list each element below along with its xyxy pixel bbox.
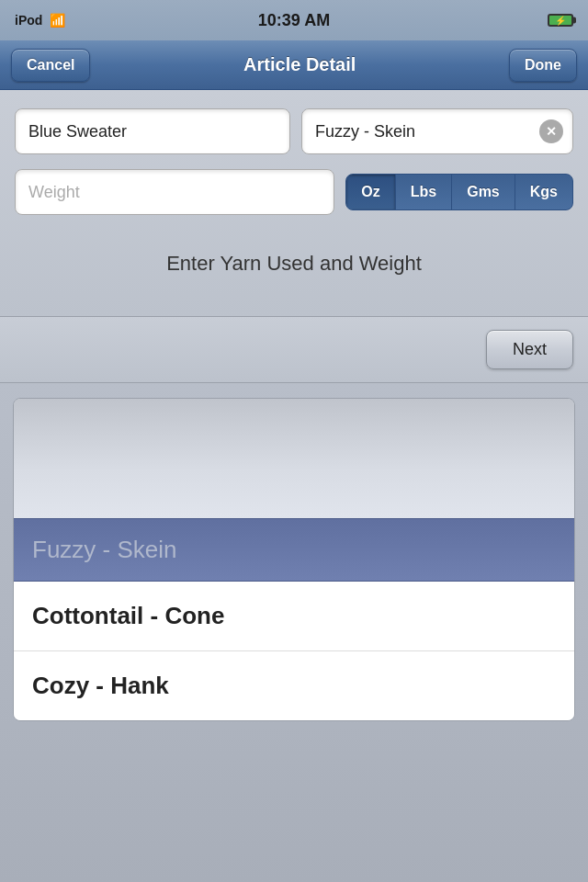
nav-bar: Cancel Article Detail Done (0, 40, 588, 90)
input-row-1: Fuzzy - Skein ✕ (15, 108, 573, 154)
picker-selected-row[interactable]: Fuzzy - Skein (14, 518, 574, 582)
next-area: Next (0, 317, 588, 382)
weight-input[interactable] (15, 169, 334, 215)
status-time: 10:39 AM (258, 11, 330, 30)
status-bar: iPod 📶 10:39 AM (0, 0, 588, 40)
picker-empty-slot (14, 399, 574, 518)
picker-item-label: Cozy - Hank (32, 672, 169, 699)
cancel-button[interactable]: Cancel (11, 49, 90, 82)
next-button[interactable]: Next (486, 330, 573, 369)
input-row-2: Oz Lbs Gms Kgs (15, 169, 573, 215)
done-button[interactable]: Done (509, 49, 577, 82)
status-left: iPod 📶 (15, 13, 65, 28)
main-content: Fuzzy - Skein ✕ Oz Lbs Gms Kgs Enter Yar… (0, 90, 588, 316)
yarn-value: Fuzzy - Skein (315, 122, 415, 141)
picker-selected-text: Fuzzy - Skein (32, 536, 177, 563)
yarn-selector[interactable]: Fuzzy - Skein ✕ (301, 108, 573, 154)
picker-container[interactable]: Fuzzy - Skein Cottontail - Cone Cozy - H… (13, 398, 575, 721)
article-name-input[interactable] (15, 108, 290, 154)
list-item[interactable]: Cozy - Hank (14, 651, 574, 720)
wifi-icon: 📶 (50, 13, 65, 28)
instruction-text: Enter Yarn Used and Weight (15, 233, 573, 298)
battery-icon (548, 14, 573, 27)
weight-unit-segment: Oz Lbs Gms Kgs (345, 174, 573, 210)
nav-title: Article Detail (243, 54, 356, 75)
picker-item-label: Cottontail - Cone (32, 602, 224, 629)
list-item[interactable]: Cottontail - Cone (14, 582, 574, 651)
device-name: iPod (15, 13, 42, 28)
clear-yarn-button[interactable]: ✕ (539, 119, 563, 143)
unit-kgs-button[interactable]: Kgs (515, 175, 572, 209)
unit-lbs-button[interactable]: Lbs (396, 175, 452, 209)
unit-gms-button[interactable]: Gms (452, 175, 515, 209)
status-right (548, 14, 573, 27)
picker-area: Fuzzy - Skein Cottontail - Cone Cozy - H… (0, 383, 588, 882)
unit-oz-button[interactable]: Oz (346, 175, 395, 209)
